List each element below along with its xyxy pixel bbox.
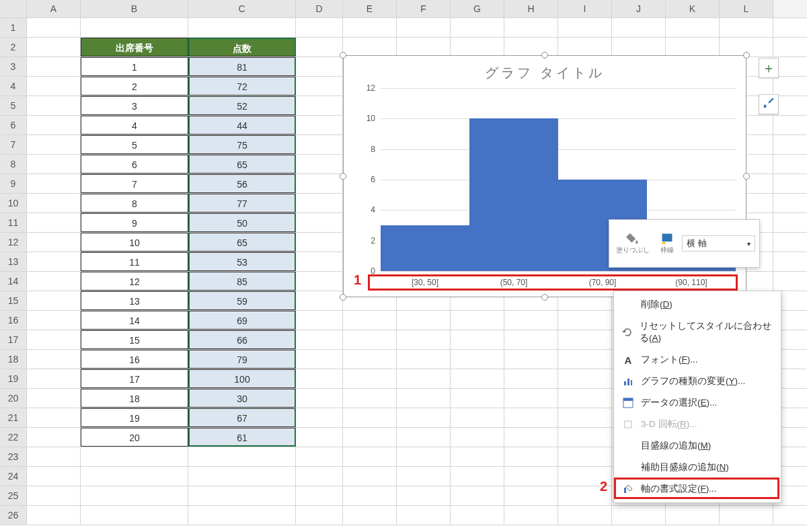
cell-E18[interactable] (343, 350, 397, 369)
cell-A7[interactable] (27, 135, 81, 154)
row-header-10[interactable]: 10 (0, 194, 27, 213)
cell-C16[interactable]: 69 (188, 311, 296, 330)
cell-F16[interactable] (397, 311, 451, 330)
cell-B4[interactable]: 2 (81, 77, 188, 96)
cell-J2[interactable] (612, 38, 666, 56)
cell-H2[interactable] (504, 38, 558, 56)
cell-D9[interactable] (296, 174, 343, 193)
row-header-1[interactable]: 1 (0, 18, 27, 37)
cell-F21[interactable] (397, 408, 451, 427)
cell-I16[interactable] (558, 311, 612, 330)
cell-C3[interactable]: 81 (188, 57, 296, 76)
cell-C23[interactable] (188, 447, 296, 466)
cell-A19[interactable] (27, 369, 81, 388)
cell-C15[interactable]: 59 (188, 291, 296, 310)
cell-D22[interactable] (296, 428, 343, 447)
row-header-25[interactable]: 25 (0, 486, 27, 505)
cell-H22[interactable] (504, 428, 558, 447)
cell-A5[interactable] (27, 96, 81, 115)
row-header-3[interactable]: 3 (0, 57, 27, 76)
cell-F19[interactable] (397, 369, 451, 388)
cell-F1[interactable] (397, 18, 451, 37)
cell-C18[interactable]: 79 (188, 350, 296, 369)
cell-D7[interactable] (296, 135, 343, 154)
row-header-23[interactable]: 23 (0, 447, 27, 466)
cell-I19[interactable] (558, 369, 612, 388)
row-header-12[interactable]: 12 (0, 233, 27, 252)
cell-D18[interactable] (296, 350, 343, 369)
cell-L26[interactable] (720, 506, 773, 525)
row-header-6[interactable]: 6 (0, 116, 27, 135)
row-header-22[interactable]: 22 (0, 428, 27, 447)
row-header-7[interactable]: 7 (0, 135, 27, 154)
resize-handle-e[interactable] (743, 173, 750, 180)
cell-E23[interactable] (343, 447, 397, 466)
cell-B5[interactable]: 3 (81, 96, 188, 115)
cell-B18[interactable]: 16 (81, 350, 188, 369)
col-header-F[interactable]: F (397, 0, 451, 17)
cell-K1[interactable] (666, 18, 720, 37)
cell-F20[interactable] (397, 389, 451, 408)
cell-D12[interactable] (296, 233, 343, 252)
cell-C13[interactable]: 53 (188, 252, 296, 271)
cell-G26[interactable] (451, 506, 504, 525)
cell-H18[interactable] (504, 350, 558, 369)
cell-B7[interactable]: 5 (81, 135, 188, 154)
select-all-corner[interactable] (0, 0, 27, 17)
cell-B6[interactable]: 4 (81, 116, 188, 135)
row-header-9[interactable]: 9 (0, 174, 27, 193)
cell-A1[interactable] (27, 18, 81, 37)
fill-button[interactable]: 塗りつぶし (613, 231, 652, 256)
cell-B2[interactable]: 出席番号 (81, 38, 188, 56)
row-header-17[interactable]: 17 (0, 330, 27, 349)
cell-F2[interactable] (397, 38, 451, 56)
cell-C21[interactable]: 67 (188, 408, 296, 427)
cell-C8[interactable]: 65 (188, 155, 296, 174)
cell-G1[interactable] (451, 18, 504, 37)
row-header-19[interactable]: 19 (0, 369, 27, 388)
cell-H19[interactable] (504, 369, 558, 388)
cell-H1[interactable] (504, 18, 558, 37)
row-header-24[interactable]: 24 (0, 467, 27, 486)
axis-selector-dropdown[interactable]: 横 軸 ▾ (682, 235, 755, 252)
cell-B21[interactable]: 19 (81, 408, 188, 427)
cell-E25[interactable] (343, 486, 397, 505)
cell-B19[interactable]: 17 (81, 369, 188, 388)
cell-A3[interactable] (27, 57, 81, 76)
cell-L1[interactable] (720, 18, 773, 37)
cell-I23[interactable] (558, 447, 612, 466)
cell-D13[interactable] (296, 252, 343, 271)
context-menu-item[interactable]: Aフォント(F)... (614, 349, 781, 371)
cell-F23[interactable] (397, 447, 451, 466)
cell-I20[interactable] (558, 389, 612, 408)
row-header-8[interactable]: 8 (0, 155, 27, 174)
cell-A23[interactable] (27, 447, 81, 466)
cell-B16[interactable]: 14 (81, 311, 188, 330)
cell-B17[interactable]: 15 (81, 330, 188, 349)
cell-D24[interactable] (296, 467, 343, 486)
cell-A13[interactable] (27, 252, 81, 271)
cell-A14[interactable] (27, 272, 81, 291)
cell-A6[interactable] (27, 116, 81, 135)
cell-D21[interactable] (296, 408, 343, 427)
cell-B1[interactable] (81, 18, 188, 37)
row-header-21[interactable]: 21 (0, 408, 27, 427)
cell-C10[interactable]: 77 (188, 194, 296, 213)
context-menu-item[interactable]: グラフの種類の変更(Y)... (614, 371, 781, 392)
cell-D25[interactable] (296, 486, 343, 505)
cell-C1[interactable] (188, 18, 296, 37)
cell-D16[interactable] (296, 311, 343, 330)
cell-J26[interactable] (612, 506, 666, 525)
chart-elements-button[interactable]: ＋ (759, 58, 779, 78)
col-header-K[interactable]: K (666, 0, 720, 17)
cell-A10[interactable] (27, 194, 81, 213)
cell-G25[interactable] (451, 486, 504, 505)
cell-A18[interactable] (27, 350, 81, 369)
cell-K26[interactable] (666, 506, 720, 525)
cell-B25[interactable] (81, 486, 188, 505)
cell-B20[interactable]: 18 (81, 389, 188, 408)
cell-D15[interactable] (296, 291, 343, 310)
cell-I22[interactable] (558, 428, 612, 447)
cell-D23[interactable] (296, 447, 343, 466)
cell-C6[interactable]: 44 (188, 116, 296, 135)
